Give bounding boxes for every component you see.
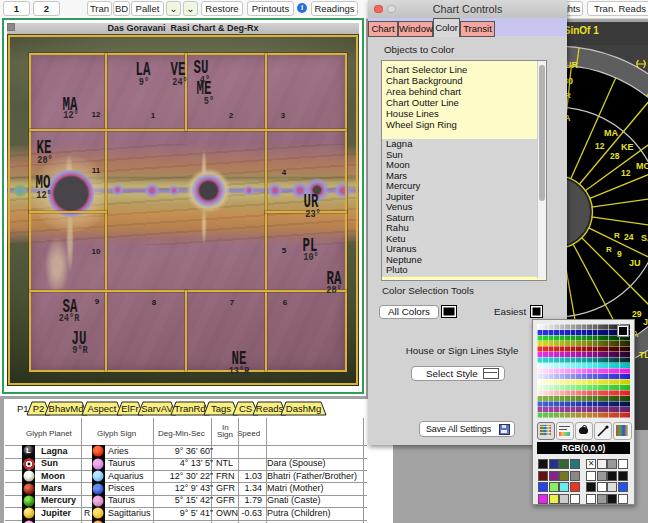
- svg-text:ElFr: ElFr: [121, 403, 138, 414]
- svg-text:DashMg: DashMg: [286, 403, 321, 414]
- svg-text:Reads: Reads: [256, 403, 284, 414]
- svg-text:29: 29: [632, 309, 642, 319]
- svg-text:SarvAV: SarvAV: [141, 403, 173, 414]
- svg-text:24: 24: [624, 232, 634, 242]
- svg-text:P2: P2: [33, 403, 45, 414]
- svg-text:R: R: [614, 231, 620, 240]
- svg-text:12: 12: [595, 141, 605, 151]
- svg-text:R: R: [606, 245, 612, 254]
- svg-text:MA: MA: [604, 128, 618, 138]
- svg-text:JU: JU: [643, 317, 648, 327]
- svg-text:P1: P1: [17, 403, 29, 414]
- svg-text:28: 28: [610, 151, 620, 161]
- svg-text:TranRd: TranRd: [174, 403, 205, 414]
- svg-text:UR: UR: [565, 60, 578, 70]
- svg-text:MO: MO: [636, 161, 648, 171]
- svg-text:SA: SA: [641, 233, 648, 243]
- svg-text:TL: TL: [639, 350, 648, 360]
- svg-text:CS: CS: [239, 403, 252, 414]
- svg-text:9: 9: [617, 249, 622, 259]
- svg-text:Aspect: Aspect: [87, 403, 116, 414]
- svg-text:12: 12: [621, 168, 631, 178]
- svg-text:JU: JU: [629, 258, 641, 268]
- svg-text:Tags: Tags: [211, 403, 231, 414]
- svg-text:KE: KE: [621, 142, 634, 152]
- svg-text:BhavMd: BhavMd: [49, 403, 84, 414]
